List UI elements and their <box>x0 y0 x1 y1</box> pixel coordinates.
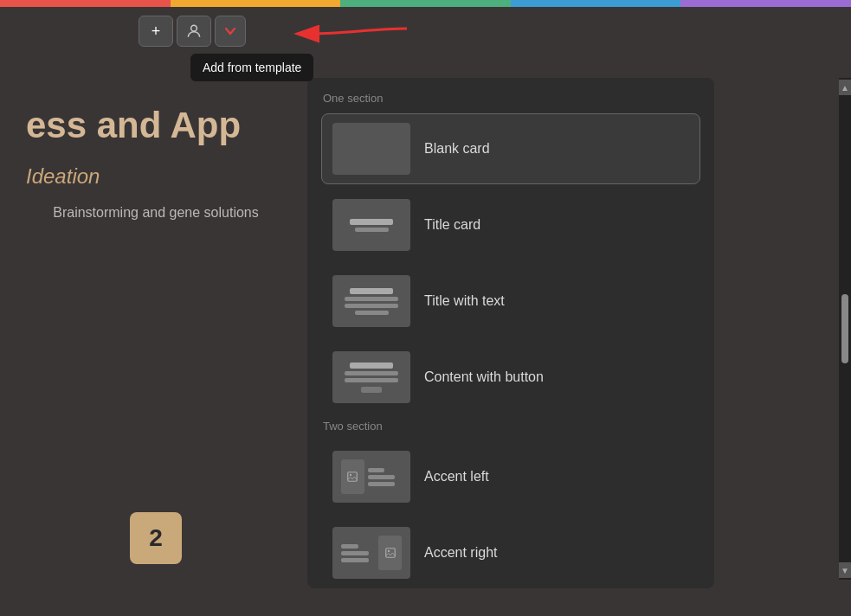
svg-point-0 <box>191 25 197 31</box>
color-bar <box>0 0 851 7</box>
scrollbar[interactable]: ▲ ▼ <box>839 78 851 580</box>
thumb-title-line <box>350 219 394 225</box>
color-seg-4 <box>511 0 681 7</box>
plus-icon: + <box>152 22 161 41</box>
svg-point-3 <box>350 474 351 476</box>
accent-left-label: Accent left <box>424 469 489 484</box>
slide-title: ess and App <box>26 104 286 147</box>
thumb-img-right <box>378 536 402 570</box>
template-dropdown-button[interactable] <box>215 16 246 47</box>
title-text-label: Title with text <box>424 293 505 309</box>
thumb-body-line1 <box>345 297 398 301</box>
template-item-blank[interactable]: Blank card <box>321 113 700 184</box>
slide-body: Brainstorming and gene solutions <box>26 202 286 223</box>
chevron-down-icon <box>224 25 236 37</box>
template-item-accent-left[interactable]: Accent left <box>321 441 700 512</box>
svg-rect-4 <box>385 549 395 558</box>
thumb-title-line2 <box>350 288 394 294</box>
content-button-thumb <box>332 351 410 403</box>
template-item-accent-right[interactable]: Accent right <box>321 517 700 588</box>
slide-number: 2 <box>130 512 182 564</box>
title-card-thumb <box>332 199 410 251</box>
thumb-ar-line3 <box>341 558 369 562</box>
template-item-title-text[interactable]: Title with text <box>321 266 700 337</box>
accent-right-thumb <box>332 527 410 579</box>
thumb-al-line2 <box>368 475 396 479</box>
thumb-al-line1 <box>368 468 385 472</box>
scroll-down-button[interactable]: ▼ <box>839 562 851 578</box>
color-seg-5 <box>680 0 851 7</box>
avatar-button[interactable] <box>177 16 211 47</box>
thumb-body-line3 <box>355 311 389 315</box>
slide-subtitle: Ideation <box>26 164 286 189</box>
two-section-label: Two section <box>321 420 700 433</box>
template-dropdown-panel: One section Blank card Title card Title … <box>307 78 714 588</box>
thumb-img-left <box>341 459 364 494</box>
blank-card-thumb <box>332 123 410 175</box>
toolbar: + <box>139 16 246 47</box>
tooltip-text: Add from template <box>203 61 301 74</box>
thumb-subtitle-line <box>355 228 389 232</box>
blank-card-label: Blank card <box>424 141 490 157</box>
thumb-cb-title <box>350 363 394 369</box>
svg-rect-2 <box>348 472 358 482</box>
user-icon <box>185 22 203 40</box>
thumb-body-line2 <box>345 304 398 308</box>
title-card-label: Title card <box>424 217 480 233</box>
color-seg-1 <box>0 0 171 7</box>
scroll-up-button[interactable]: ▲ <box>839 80 851 95</box>
title-text-thumb <box>332 275 410 327</box>
thumb-al-line3 <box>368 482 396 486</box>
scrollbar-thumb[interactable] <box>841 294 848 363</box>
scrollbar-middle <box>841 95 848 562</box>
svg-point-5 <box>387 550 389 552</box>
thumb-cb-line2 <box>345 378 398 382</box>
one-section-label: One section <box>321 92 700 105</box>
add-button[interactable]: + <box>139 16 173 47</box>
thumb-ar-line1 <box>341 544 358 549</box>
thumb-ar-line2 <box>341 551 369 555</box>
slide-content: ess and App Ideation Brainstorming and g… <box>0 69 312 258</box>
content-button-label: Content with button <box>424 369 544 385</box>
thumb-cb-line1 <box>345 371 398 375</box>
thumb-text-left <box>341 536 375 570</box>
thumb-cb-button <box>361 387 381 393</box>
red-arrow-annotation <box>260 4 416 60</box>
template-item-title[interactable]: Title card <box>321 189 700 260</box>
thumb-text-right <box>368 459 402 494</box>
accent-right-label: Accent right <box>424 545 497 561</box>
template-item-content-button[interactable]: Content with button <box>321 342 700 413</box>
accent-left-thumb <box>332 451 410 503</box>
